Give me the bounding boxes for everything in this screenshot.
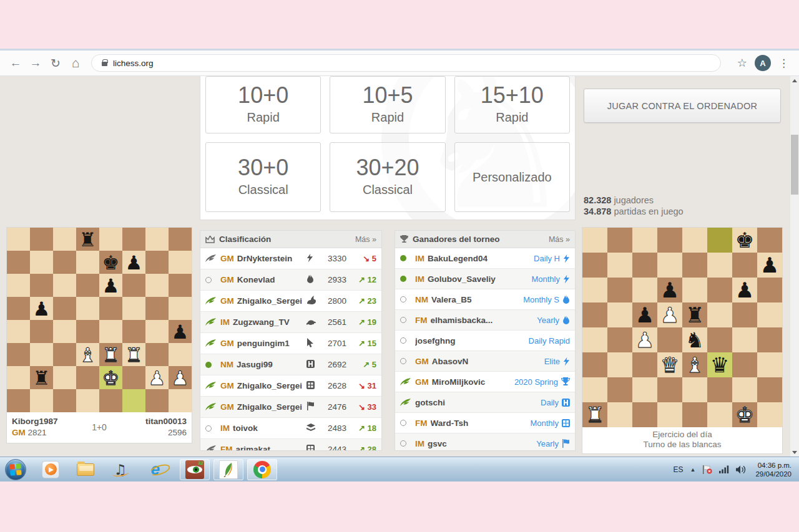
scrollbar-thumb[interactable] bbox=[791, 135, 798, 195]
home-button[interactable]: ⌂ bbox=[66, 54, 85, 72]
board-square[interactable] bbox=[707, 278, 732, 302]
board-square[interactable]: ♟ bbox=[145, 366, 169, 389]
board-square[interactable] bbox=[76, 389, 99, 412]
board-square[interactable] bbox=[732, 327, 757, 352]
board-square[interactable]: ♞ bbox=[682, 327, 707, 352]
board-square[interactable] bbox=[607, 377, 632, 402]
tournament-winner-row[interactable]: NMValera_B5Monthly S bbox=[395, 289, 575, 310]
quick-pairing-button-15+10[interactable]: 15+10Rapid bbox=[454, 76, 570, 133]
board-square[interactable] bbox=[145, 251, 169, 274]
board-square[interactable] bbox=[122, 366, 145, 389]
board-square[interactable] bbox=[145, 320, 169, 343]
board-square[interactable] bbox=[7, 343, 30, 366]
reload-button[interactable]: ↻ bbox=[46, 54, 65, 72]
board-square[interactable]: ♝ bbox=[682, 352, 707, 377]
board-square[interactable] bbox=[76, 366, 99, 389]
board-square[interactable] bbox=[757, 402, 782, 427]
feather-app-taskbar-button[interactable] bbox=[213, 459, 243, 480]
board-square[interactable] bbox=[7, 228, 30, 251]
board-square[interactable] bbox=[607, 302, 632, 327]
board-square[interactable] bbox=[707, 377, 732, 402]
board-square[interactable] bbox=[632, 377, 657, 402]
page-scrollbar[interactable] bbox=[790, 76, 799, 457]
board-square[interactable] bbox=[607, 253, 632, 278]
board-square[interactable]: ♝ bbox=[76, 343, 99, 366]
board-square[interactable]: ♟ bbox=[632, 302, 657, 327]
board-square[interactable] bbox=[707, 302, 732, 327]
leaderboard-row[interactable]: IMtoivok2483↗ 18 bbox=[200, 418, 381, 439]
leaderboard-row[interactable]: IMZugzwang_TV2561↗ 19 bbox=[200, 312, 381, 333]
board-square[interactable]: ♜ bbox=[682, 302, 707, 327]
board-square[interactable] bbox=[582, 278, 607, 302]
board-square[interactable]: ♟ bbox=[169, 366, 192, 389]
board-square[interactable] bbox=[757, 352, 782, 377]
board-square[interactable]: ♟ bbox=[169, 320, 192, 343]
board-square[interactable] bbox=[53, 297, 76, 320]
board-square[interactable] bbox=[732, 352, 757, 377]
board-square[interactable] bbox=[99, 389, 122, 412]
board-square[interactable] bbox=[76, 297, 99, 320]
board-square[interactable] bbox=[657, 327, 682, 352]
board-square[interactable] bbox=[707, 327, 732, 352]
quick-pairing-button-10+5[interactable]: 10+5Rapid bbox=[330, 76, 445, 133]
board-square[interactable] bbox=[632, 228, 657, 253]
volume-icon[interactable] bbox=[736, 465, 746, 474]
board-square[interactable] bbox=[99, 320, 122, 343]
board-square[interactable] bbox=[122, 320, 145, 343]
board-square[interactable] bbox=[632, 402, 657, 427]
puzzle-footer[interactable]: Ejercicio del día Turno de las blancas bbox=[582, 427, 782, 453]
board-square[interactable]: ♟ bbox=[122, 251, 145, 274]
board-square[interactable] bbox=[757, 377, 782, 402]
media-player-icon[interactable]: ▶ bbox=[40, 459, 61, 480]
board-square[interactable] bbox=[682, 377, 707, 402]
quick-pairing-button-30+20[interactable]: 30+20Classical bbox=[330, 142, 445, 212]
board-square[interactable] bbox=[122, 297, 145, 320]
board-square[interactable] bbox=[53, 274, 76, 297]
browser-menu-icon[interactable]: ⋮ bbox=[778, 57, 789, 70]
board-square[interactable]: ♟ bbox=[632, 327, 657, 352]
leaderboard-row[interactable]: GMZhigalko_Sergei2628↘ 31 bbox=[200, 375, 381, 397]
board-square[interactable] bbox=[757, 228, 782, 253]
tournament-winner-row[interactable]: IMGolubov_SaveliyMonthly bbox=[395, 269, 575, 289]
tournament-name[interactable]: Daily Rapid bbox=[529, 336, 570, 346]
board-square[interactable] bbox=[53, 228, 76, 251]
board-square[interactable] bbox=[707, 228, 732, 253]
board-square[interactable] bbox=[53, 343, 76, 366]
board-square[interactable] bbox=[145, 228, 169, 251]
leaderboard-row[interactable]: GMZhigalko_Sergei2800↗ 23 bbox=[200, 291, 381, 312]
board-square[interactable] bbox=[757, 327, 782, 352]
tournament-name[interactable]: Daily bbox=[541, 398, 570, 407]
board-square[interactable]: ♚ bbox=[99, 366, 122, 389]
board-square[interactable] bbox=[99, 297, 122, 320]
board-square[interactable] bbox=[632, 253, 657, 278]
board-square[interactable] bbox=[582, 352, 607, 377]
board-square[interactable] bbox=[30, 320, 53, 343]
address-bar[interactable]: lichess.org bbox=[91, 54, 721, 72]
board-square[interactable] bbox=[682, 228, 707, 253]
board-square[interactable] bbox=[732, 377, 757, 402]
chrome-taskbar-button[interactable] bbox=[247, 459, 277, 480]
board-square[interactable] bbox=[145, 389, 169, 412]
quick-pairing-button-10+0[interactable]: 10+0Rapid bbox=[205, 76, 321, 133]
board-square[interactable]: ♜ bbox=[30, 366, 53, 389]
internet-explorer-icon[interactable]: e bbox=[145, 459, 166, 480]
tournament-name[interactable]: 2020 Spring bbox=[514, 377, 570, 387]
board-square[interactable] bbox=[657, 228, 682, 253]
tournament-name[interactable]: Daily H bbox=[534, 254, 570, 263]
leaderboard-row[interactable]: GMZhigalko_Sergei2476↘ 33 bbox=[200, 397, 381, 418]
board-square[interactable] bbox=[7, 389, 30, 412]
board-square[interactable] bbox=[53, 251, 76, 274]
board-square[interactable]: ♟ bbox=[757, 253, 782, 278]
board-square[interactable] bbox=[582, 302, 607, 327]
tournament-winner-row[interactable]: josefghngDaily Rapid bbox=[395, 331, 575, 351]
board-square[interactable]: ♟ bbox=[99, 274, 122, 297]
tournament-name[interactable]: Monthly bbox=[531, 274, 570, 284]
board-square[interactable] bbox=[7, 366, 30, 389]
board-square[interactable] bbox=[30, 228, 53, 251]
board-square[interactable] bbox=[582, 327, 607, 352]
board-square[interactable] bbox=[732, 302, 757, 327]
board-square[interactable] bbox=[657, 402, 682, 427]
tournament-name[interactable]: Elite bbox=[544, 357, 570, 366]
board-square[interactable] bbox=[707, 402, 732, 427]
board-square[interactable] bbox=[657, 377, 682, 402]
